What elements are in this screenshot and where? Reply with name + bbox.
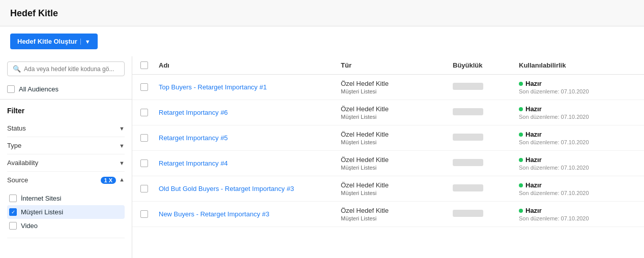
table-row: Retarget Importancy #6 Özel Hedef Kitle … bbox=[132, 100, 644, 125]
source-options: İnternet Sitesi ✓ Müşteri Listesi Video bbox=[7, 188, 125, 238]
row-size bbox=[453, 184, 519, 193]
row-checkbox-1[interactable] bbox=[140, 109, 148, 116]
row-type-main: Özel Hedef Kitle bbox=[341, 156, 453, 164]
row-size bbox=[453, 108, 519, 117]
row-availability: Hazır Son düzenleme: 07.10.2020 bbox=[519, 181, 636, 196]
table-row: Top Buyers - Retarget Importancy #1 Özel… bbox=[132, 75, 644, 100]
status-label: Hazır bbox=[525, 181, 542, 189]
table-row: Retarget Importancy #5 Özel Hedef Kitle … bbox=[132, 125, 644, 151]
row-name-link[interactable]: Top Buyers - Retarget Importancy #1 bbox=[159, 83, 341, 91]
chevron-down-icon: ▼ bbox=[119, 160, 125, 166]
filter-availability-label: Availability bbox=[7, 159, 38, 167]
chevron-down-icon: ▼ bbox=[119, 143, 125, 149]
filter-section: Filter Status ▼ Type ▼ Availability ▼ bbox=[0, 100, 132, 238]
source-option-internet[interactable]: İnternet Sitesi bbox=[7, 191, 125, 205]
col-name: Adı bbox=[159, 61, 341, 69]
page-title: Hedef Kitle bbox=[10, 8, 58, 18]
source-option-video[interactable]: Video bbox=[7, 219, 125, 233]
row-checkbox-cell bbox=[140, 185, 159, 192]
row-type-sub: Müşteri Listesi bbox=[341, 190, 453, 196]
status-dot bbox=[519, 107, 523, 111]
status-dot bbox=[519, 133, 523, 137]
dropdown-arrow-icon[interactable]: ▼ bbox=[80, 39, 91, 45]
row-size bbox=[453, 134, 519, 142]
search-input[interactable] bbox=[24, 66, 119, 73]
all-audiences-row[interactable]: All Audiences bbox=[0, 81, 132, 100]
filter-item-type[interactable]: Type ▼ bbox=[7, 137, 125, 154]
row-name-cell: New Buyers - Retarget Importancy #3 bbox=[159, 210, 341, 218]
row-size bbox=[453, 159, 519, 168]
create-audience-button[interactable]: Hedef Kitle Oluştur ▼ bbox=[10, 34, 98, 49]
row-type-main: Özel Hedef Kitle bbox=[341, 105, 453, 113]
row-checkbox-2[interactable] bbox=[140, 134, 148, 142]
row-name-cell: Retarget Importancy #6 bbox=[159, 109, 341, 116]
filter-status-label: Status bbox=[7, 124, 26, 132]
status-label: Hazır bbox=[525, 105, 542, 113]
row-size bbox=[453, 83, 519, 91]
search-box[interactable]: 🔍 bbox=[7, 61, 125, 76]
row-name-link[interactable]: Retarget Importancy #6 bbox=[159, 109, 341, 116]
col-checkbox bbox=[140, 61, 159, 69]
row-checkbox-cell bbox=[140, 159, 159, 167]
row-size bbox=[453, 210, 519, 218]
status-date: Son düzenleme: 07.10.2020 bbox=[519, 139, 636, 145]
page-header: Hedef Kitle bbox=[0, 0, 644, 26]
main-layout: 🔍 All Audiences Filter Status ▼ Type ▼ bbox=[0, 56, 644, 258]
filter-item-status[interactable]: Status ▼ bbox=[7, 120, 125, 137]
source-video-checkbox[interactable] bbox=[9, 222, 17, 230]
select-all-checkbox[interactable] bbox=[140, 61, 148, 69]
row-type-sub: Müşteri Listesi bbox=[341, 215, 453, 221]
row-checkbox-cell bbox=[140, 134, 159, 142]
row-type-main: Özel Hedef Kitle bbox=[341, 80, 453, 87]
row-name-cell: Retarget Importancy #4 bbox=[159, 159, 341, 167]
source-internet-checkbox[interactable] bbox=[9, 195, 17, 202]
status-label: Hazır bbox=[525, 156, 542, 164]
row-checkbox-4[interactable] bbox=[140, 185, 148, 192]
status-date: Son düzenleme: 07.10.2020 bbox=[519, 215, 636, 221]
row-type-sub: Müşteri Listesi bbox=[341, 88, 453, 94]
row-checkbox-cell bbox=[140, 210, 159, 218]
row-availability: Hazır Son düzenleme: 07.10.2020 bbox=[519, 156, 636, 171]
row-type-cell: Özel Hedef Kitle Müşteri Listesi bbox=[341, 80, 453, 94]
col-size: Büyüklük bbox=[453, 61, 519, 69]
status-dot bbox=[519, 209, 523, 213]
status-date: Son düzenleme: 07.10.2020 bbox=[519, 114, 636, 120]
row-type-sub: Müşteri Listesi bbox=[341, 165, 453, 171]
col-availability: Kullanılabilirlik bbox=[519, 61, 636, 69]
row-name-cell: Old But Gold Buyers - Retarget Importanc… bbox=[159, 185, 341, 192]
source-header[interactable]: Source 1 X ▼ bbox=[7, 172, 125, 188]
row-type-cell: Özel Hedef Kitle Müşteri Listesi bbox=[341, 105, 453, 120]
chevron-up-icon: ▼ bbox=[119, 177, 125, 183]
all-audiences-checkbox[interactable] bbox=[7, 85, 15, 93]
content-area: Adı Tür Büyüklük Kullanılabilirlik Top B… bbox=[132, 56, 644, 258]
row-type-cell: Özel Hedef Kitle Müşteri Listesi bbox=[341, 131, 453, 145]
row-checkbox-5[interactable] bbox=[140, 210, 148, 218]
row-type-main: Özel Hedef Kitle bbox=[341, 181, 453, 189]
row-type-main: Özel Hedef Kitle bbox=[341, 131, 453, 138]
table-row: Old But Gold Buyers - Retarget Importanc… bbox=[132, 176, 644, 202]
row-name-link[interactable]: New Buyers - Retarget Importancy #3 bbox=[159, 210, 341, 218]
filter-item-availability[interactable]: Availability ▼ bbox=[7, 154, 125, 172]
row-availability: Hazır Son düzenleme: 07.10.2020 bbox=[519, 80, 636, 94]
row-checkbox-3[interactable] bbox=[140, 159, 148, 167]
row-name-link[interactable]: Old But Gold Buyers - Retarget Importanc… bbox=[159, 185, 341, 192]
status-label: Hazır bbox=[525, 131, 542, 138]
row-checkbox-cell bbox=[140, 109, 159, 116]
col-type: Tür bbox=[341, 61, 453, 69]
table-header: Adı Tür Büyüklük Kullanılabilirlik bbox=[132, 56, 644, 75]
table-row: Retarget Importancy #4 Özel Hedef Kitle … bbox=[132, 151, 644, 176]
source-option-musteri[interactable]: ✓ Müşteri Listesi bbox=[7, 205, 125, 219]
row-name-link[interactable]: Retarget Importancy #4 bbox=[159, 159, 341, 167]
row-availability: Hazır Son düzenleme: 07.10.2020 bbox=[519, 131, 636, 145]
source-musteri-label: Müşteri Listesi bbox=[21, 208, 63, 216]
chevron-down-icon: ▼ bbox=[119, 125, 125, 132]
row-availability: Hazır Son düzenleme: 07.10.2020 bbox=[519, 105, 636, 120]
source-video-label: Video bbox=[21, 222, 38, 230]
source-musteri-checkbox[interactable]: ✓ bbox=[9, 208, 17, 216]
row-name-link[interactable]: Retarget Importancy #5 bbox=[159, 134, 341, 142]
row-checkbox-0[interactable] bbox=[140, 83, 148, 91]
row-type-cell: Özel Hedef Kitle Müşteri Listesi bbox=[341, 156, 453, 171]
status-dot bbox=[519, 183, 523, 187]
status-date: Son düzenleme: 07.10.2020 bbox=[519, 88, 636, 94]
row-name-cell: Retarget Importancy #5 bbox=[159, 134, 341, 142]
